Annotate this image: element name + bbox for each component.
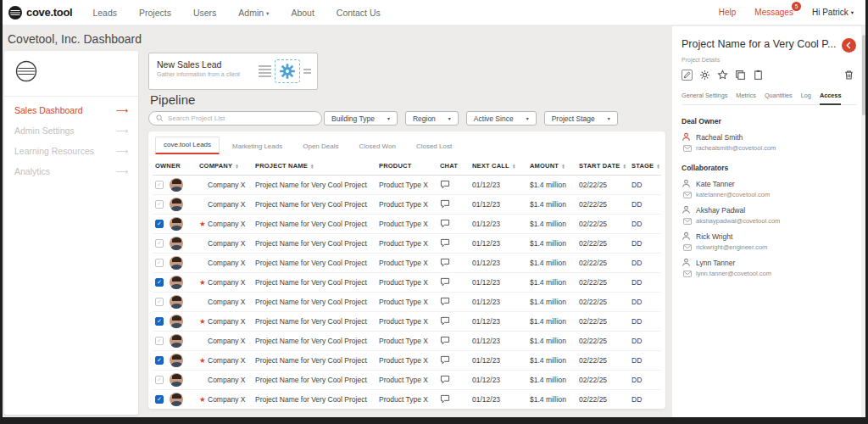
nav-link-projects[interactable]: Projects: [139, 8, 171, 18]
project-name[interactable]: Project Name for Very Cool Project: [253, 176, 376, 195]
start-date: 02/22/25: [576, 332, 629, 351]
sidebar-item-analytics[interactable]: Analytics⟶: [4, 161, 138, 181]
filter-project-stage[interactable]: Project Stage▾: [544, 111, 618, 126]
brand[interactable]: cove.tool: [8, 5, 72, 20]
favorite-star-icon[interactable]: ★: [199, 317, 208, 326]
settings-icon[interactable]: [699, 70, 710, 81]
project-name[interactable]: Project Name for Very Cool Project: [253, 351, 376, 371]
nav-link-users[interactable]: Users: [193, 8, 216, 18]
chat-icon[interactable]: [440, 336, 450, 345]
chat-icon[interactable]: [440, 355, 450, 365]
row-checkbox[interactable]: ✓: [155, 376, 164, 384]
deal-owner-email[interactable]: rachealsmith@covetool.com: [696, 144, 776, 152]
detail-tab-quantities[interactable]: Quantities: [765, 92, 793, 104]
tab-closed-lost[interactable]: Closed Lost: [409, 139, 459, 154]
project-name[interactable]: Project Name for Very Cool Project: [253, 234, 376, 254]
nav-link-leads[interactable]: Leads: [92, 8, 117, 18]
tab-marketing-leads[interactable]: Marketing Leads: [225, 139, 290, 154]
chat-icon[interactable]: [440, 277, 450, 287]
project-name[interactable]: Project Name for Very Cool Project: [253, 293, 376, 312]
project-name[interactable]: Project Name for Very Cool Project: [253, 195, 376, 215]
back-button[interactable]: [842, 38, 856, 53]
collaborator-email[interactable]: akshaypadwal@covetool.com: [696, 217, 780, 225]
help-link[interactable]: Help: [719, 8, 737, 17]
project-name[interactable]: Project Name for Very Cool Project: [253, 312, 376, 332]
chat-icon[interactable]: [440, 297, 450, 306]
scrollbar-thumb[interactable]: [862, 35, 865, 115]
edit-icon[interactable]: [682, 70, 693, 81]
col-company[interactable]: COMPANY▲▼: [197, 157, 253, 176]
favorite-star-icon[interactable]: ★: [199, 220, 208, 228]
search-input[interactable]: [168, 114, 314, 122]
detail-tab-access[interactable]: Access: [820, 92, 842, 105]
row-checkbox[interactable]: ✓: [155, 298, 164, 306]
col-stage[interactable]: STAGE▲▼: [629, 157, 661, 176]
sidebar-item-admin-settings[interactable]: Admin Settings⟶: [4, 120, 138, 141]
filter-active-since[interactable]: Active Since▾: [466, 111, 537, 126]
copy-icon[interactable]: [735, 70, 746, 81]
row-checkbox[interactable]: ✓: [155, 317, 164, 326]
row-checkbox[interactable]: ✓: [155, 239, 164, 248]
row-checkbox[interactable]: ✓: [155, 395, 164, 404]
chat-icon[interactable]: [440, 316, 450, 326]
row-checkbox[interactable]: ✓: [155, 356, 164, 365]
document-lines-icon: [303, 67, 311, 76]
chat-icon[interactable]: [440, 394, 450, 404]
detail-tab-log[interactable]: Log: [801, 92, 811, 104]
vertical-scrollbar[interactable]: [861, 26, 865, 417]
delete-icon[interactable]: [843, 70, 854, 81]
favorite-star-icon[interactable]: ★: [199, 356, 208, 365]
project-name[interactable]: Project Name for Very Cool Project: [253, 273, 376, 293]
col-next-call[interactable]: NEXT CALL▲▼: [470, 157, 527, 176]
tab-cove-tool-leads[interactable]: cove.tool Leads: [155, 137, 220, 154]
row-checkbox[interactable]: ✓: [155, 220, 164, 228]
sort-icon[interactable]: ▲▼: [561, 164, 565, 170]
project-name[interactable]: Project Name for Very Cool Project: [253, 390, 376, 410]
col-amount[interactable]: AMOUNT▲▼: [527, 157, 576, 176]
sort-icon[interactable]: ▲▼: [622, 164, 626, 170]
favorite-star-icon[interactable]: ★: [199, 395, 208, 404]
user-menu[interactable]: Hi Patrick▾: [812, 8, 854, 17]
sort-icon[interactable]: ▲▼: [310, 164, 314, 170]
chat-icon[interactable]: [440, 180, 450, 189]
nav-link-admin[interactable]: Admin▾: [238, 8, 269, 18]
sort-icon[interactable]: ▲▼: [235, 164, 239, 170]
collaborator-email[interactable]: katetanner@covetool.com: [696, 191, 770, 198]
sidebar-item-sales-dashboard[interactable]: Sales Dashboard⟶: [4, 100, 138, 120]
clipboard-icon[interactable]: [753, 70, 764, 81]
col-project-name[interactable]: PROJECT NAME▲▼: [253, 157, 376, 176]
project-name[interactable]: Project Name for Very Cool Project: [253, 332, 376, 351]
chat-icon[interactable]: [440, 375, 450, 384]
filter-building-type[interactable]: Building Type▾: [324, 111, 398, 126]
star-icon[interactable]: [717, 70, 728, 81]
collaborator-email[interactable]: lynn.tanner@covetool.com: [696, 270, 771, 277]
chat-icon[interactable]: [440, 258, 450, 267]
nav-link-contact-us[interactable]: Contact Us: [337, 8, 381, 18]
favorite-star-icon[interactable]: ★: [199, 278, 208, 287]
col-start-date[interactable]: START DATE▲▼: [576, 157, 629, 176]
tab-open-deals[interactable]: Open Deals: [295, 139, 346, 154]
sidebar-item-learning-resources[interactable]: Learning Resources⟶: [4, 141, 138, 161]
project-name[interactable]: Project Name for Very Cool Project: [253, 215, 376, 234]
row-checkbox[interactable]: ✓: [155, 278, 164, 287]
collaborator-email[interactable]: rickwright@engineer.com: [696, 243, 767, 251]
row-checkbox[interactable]: ✓: [155, 337, 164, 345]
tab-closed-won[interactable]: Closed Won: [351, 139, 403, 154]
messages-link[interactable]: Messages5: [754, 8, 793, 17]
project-name[interactable]: Project Name for Very Cool Project: [253, 254, 376, 273]
project-name[interactable]: Project Name for Very Cool Project: [253, 371, 376, 390]
detail-tab-general-settings[interactable]: General Settings: [682, 92, 727, 104]
sort-icon[interactable]: ▲▼: [656, 164, 660, 170]
row-checkbox[interactable]: ✓: [155, 181, 164, 189]
row-checkbox[interactable]: ✓: [155, 259, 164, 267]
row-checkbox[interactable]: ✓: [155, 200, 164, 209]
new-sales-lead-card[interactable]: New Sales Lead Gather information from a…: [148, 53, 318, 90]
arrow-right-icon: ⟶: [116, 147, 128, 156]
nav-link-about[interactable]: About: [291, 8, 314, 18]
chat-icon[interactable]: [440, 219, 450, 228]
sort-icon[interactable]: ▲▼: [512, 164, 516, 170]
filter-region[interactable]: Region▾: [405, 111, 459, 126]
detail-tab-metrics[interactable]: Metrics: [736, 92, 756, 104]
chat-icon[interactable]: [440, 199, 450, 209]
chat-icon[interactable]: [440, 238, 450, 248]
